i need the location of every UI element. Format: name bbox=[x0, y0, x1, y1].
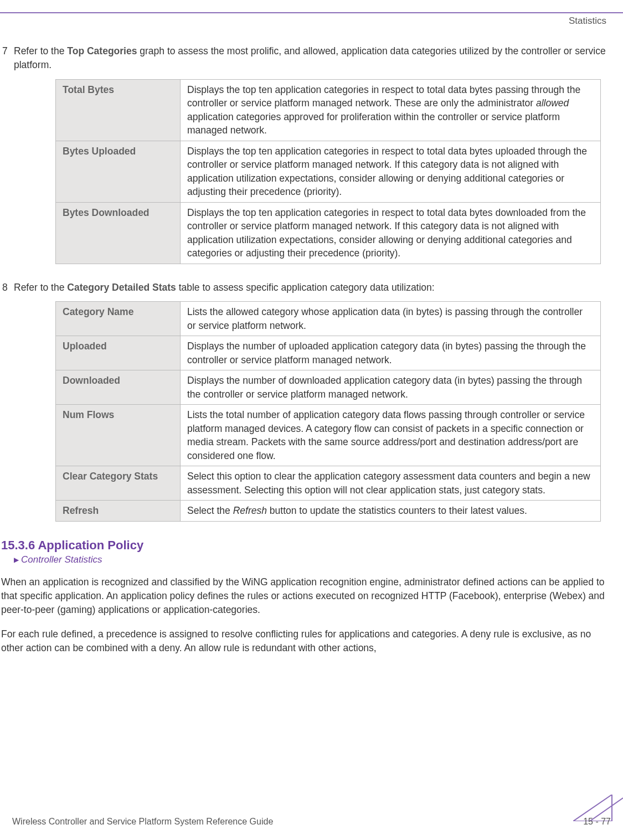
term-cell: Uploaded bbox=[56, 336, 181, 370]
table-row: Category Name Lists the allowed category… bbox=[56, 302, 601, 336]
term-cell: Refresh bbox=[56, 501, 181, 522]
step-8-intro: 8 Refer to the Category Detailed Stats t… bbox=[0, 281, 606, 295]
desc-pre: Select the bbox=[187, 505, 233, 516]
table-row: Num Flows Lists the total number of appl… bbox=[56, 405, 601, 466]
section-heading: 15.3.6 Application Policy bbox=[1, 538, 606, 553]
term-cell: Downloaded bbox=[56, 370, 181, 405]
section-paragraph-2: For each rule defined, a precedence is a… bbox=[1, 627, 606, 656]
step-7-block: 7 Refer to the Top Categories graph to a… bbox=[0, 44, 606, 264]
header-section-label: Statistics bbox=[569, 16, 606, 27]
term-cell: Category Name bbox=[56, 302, 181, 336]
step-7-text: Refer to the Top Categories graph to ass… bbox=[14, 44, 606, 73]
play-icon: ▶ bbox=[14, 556, 19, 564]
desc-cell: Lists the total number of application ca… bbox=[181, 405, 601, 466]
table-row: Bytes Downloaded Displays the top ten ap… bbox=[56, 202, 601, 264]
table-row: Refresh Select the Refresh button to upd… bbox=[56, 501, 601, 522]
header-divider bbox=[0, 12, 623, 13]
step-8-number: 8 bbox=[0, 281, 14, 295]
term-cell: Total Bytes bbox=[56, 79, 181, 141]
table-row: Clear Category Stats Select this option … bbox=[56, 466, 601, 501]
term-cell: Bytes Uploaded bbox=[56, 141, 181, 202]
table-row: Total Bytes Displays the top ten applica… bbox=[56, 79, 601, 141]
step-8-text-pre: Refer to the bbox=[14, 282, 67, 293]
step-8-text-post: table to assess specific application cat… bbox=[176, 282, 435, 293]
desc-post: button to update the statistics counters… bbox=[267, 505, 527, 516]
desc-cell: Displays the top ten application categor… bbox=[181, 202, 601, 264]
page-footer: Wireless Controller and Service Platform… bbox=[0, 817, 623, 827]
desc-cell: Select this option to clear the applicat… bbox=[181, 466, 601, 501]
table-row: Uploaded Displays the number of uploaded… bbox=[56, 336, 601, 370]
table-row: Downloaded Displays the number of downlo… bbox=[56, 370, 601, 405]
section-paragraph-1: When an application is recognized and cl… bbox=[1, 575, 606, 617]
page-content: 7 Refer to the Top Categories graph to a… bbox=[0, 44, 623, 666]
term-cell: Clear Category Stats bbox=[56, 466, 181, 501]
step-7-text-bold: Top Categories bbox=[67, 45, 137, 56]
step-7-intro: 7 Refer to the Top Categories graph to a… bbox=[0, 44, 606, 73]
desc-cell: Displays the number of uploaded applicat… bbox=[181, 336, 601, 370]
step-7-text-pre: Refer to the bbox=[14, 45, 67, 56]
desc-cell: Displays the top ten application categor… bbox=[181, 141, 601, 202]
top-categories-table: Total Bytes Displays the top ten applica… bbox=[55, 79, 601, 264]
table-row: Bytes Uploaded Displays the top ten appl… bbox=[56, 141, 601, 202]
desc-italic: Refresh bbox=[233, 505, 267, 516]
category-stats-table: Category Name Lists the allowed category… bbox=[55, 301, 601, 522]
step-8-text-bold: Category Detailed Stats bbox=[67, 282, 176, 293]
breadcrumb: ▶ Controller Statistics bbox=[14, 554, 606, 565]
desc-post: application categories approved for prol… bbox=[187, 111, 560, 136]
footer-page-number: 15 - 77 bbox=[583, 817, 611, 827]
desc-italic: allowed bbox=[536, 97, 569, 109]
breadcrumb-text: Controller Statistics bbox=[21, 554, 102, 565]
step-8-text: Refer to the Category Detailed Stats tab… bbox=[14, 281, 606, 295]
footer-left-text: Wireless Controller and Service Platform… bbox=[12, 817, 273, 827]
desc-cell: Select the Refresh button to update the … bbox=[181, 501, 601, 522]
desc-cell: Displays the top ten application categor… bbox=[181, 79, 601, 141]
desc-pre: Displays the top ten application categor… bbox=[187, 84, 580, 109]
step-8-block: 8 Refer to the Category Detailed Stats t… bbox=[0, 281, 606, 522]
term-cell: Num Flows bbox=[56, 405, 181, 466]
term-cell: Bytes Downloaded bbox=[56, 202, 181, 264]
desc-cell: Displays the number of downloaded applic… bbox=[181, 370, 601, 405]
desc-cell: Lists the allowed category whose applica… bbox=[181, 302, 601, 336]
step-7-number: 7 bbox=[0, 44, 14, 73]
